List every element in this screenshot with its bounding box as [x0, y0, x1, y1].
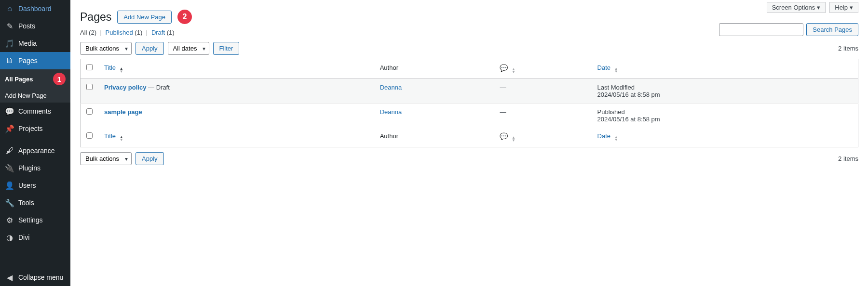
date-filter-select[interactable]: All dates: [168, 42, 209, 55]
pin-icon: ✎: [5, 21, 14, 31]
comments-cell: —: [494, 79, 591, 104]
filter-all-count: (2): [89, 29, 96, 36]
sidebar-item-dashboard[interactable]: ⌂ Dashboard: [0, 0, 70, 17]
sort-icon: ▲▼: [512, 136, 515, 142]
search-form: Search Pages: [719, 23, 858, 36]
table-row: sample page Deanna — Published 2024/05/1…: [81, 104, 858, 128]
author-link[interactable]: Deanna: [380, 84, 402, 91]
help-label: Help: [835, 4, 848, 11]
filter-all-link[interactable]: All: [80, 29, 87, 36]
sidebar-item-label: Projects: [18, 125, 43, 132]
pages-icon: 🗎: [5, 56, 14, 65]
sidebar-subitem-all-pages[interactable]: All Pages 1: [0, 69, 70, 89]
divi-icon: ◑: [5, 233, 14, 242]
sidebar-item-tools[interactable]: 🔧 Tools: [0, 194, 70, 211]
search-pages-button[interactable]: Search Pages: [806, 23, 858, 36]
sidebar-item-label: Comments: [18, 107, 51, 115]
sidebar-item-media[interactable]: 🎵 Media: [0, 35, 70, 52]
admin-sidebar: ⌂ Dashboard ✎ Posts 🎵 Media 🗎 Pages All …: [0, 0, 70, 286]
filter-published-count: (1): [135, 29, 142, 36]
media-icon: 🎵: [5, 39, 14, 48]
screen-options-label: Screen Options: [772, 4, 815, 11]
sidebar-item-plugins[interactable]: 🔌 Plugins: [0, 159, 70, 177]
comments-icon: 💬: [5, 106, 14, 116]
sort-icon: ▲▼: [614, 67, 618, 73]
date-value: 2024/05/16 at 8:58 pm: [597, 91, 852, 98]
sidebar-subitem-label: Add New Page: [5, 92, 47, 99]
col-title-footer[interactable]: Title ▲▼: [98, 128, 374, 147]
col-title-header[interactable]: Title ▲▼: [98, 59, 374, 79]
users-icon: 👤: [5, 181, 14, 190]
main-content: Screen Options ▾ Help ▾ Pages Add New Pa…: [70, 0, 868, 286]
date-value: 2024/05/16 at 8:58 pm: [597, 116, 852, 123]
sidebar-item-label: Tools: [18, 199, 34, 207]
items-count-bottom: 2 items: [838, 155, 858, 162]
help-button[interactable]: Help ▾: [829, 2, 858, 13]
sort-icon: ▲▼: [512, 68, 515, 74]
select-all-checkbox-top[interactable]: [86, 64, 93, 70]
comment-icon: 💬: [500, 132, 508, 140]
comment-icon: 💬: [500, 64, 508, 72]
sidebar-item-label: Plugins: [18, 164, 41, 172]
sidebar-item-divi[interactable]: ◑ Divi: [0, 229, 70, 246]
sidebar-item-projects[interactable]: 📌 Projects: [0, 120, 70, 137]
col-author-header: Author: [374, 59, 494, 79]
row-checkbox[interactable]: [86, 108, 93, 115]
items-count-top: 2 items: [838, 45, 858, 52]
top-right-tabs: Screen Options ▾ Help ▾: [767, 2, 858, 13]
annotation-badge-2: 2: [177, 10, 192, 24]
annotation-badge-1: 1: [53, 73, 66, 85]
sort-icon: ▲▼: [120, 67, 123, 73]
select-all-checkbox-bottom[interactable]: [86, 132, 93, 139]
projects-icon: 📌: [5, 124, 14, 133]
chevron-down-icon: ▾: [817, 4, 820, 11]
sidebar-item-users[interactable]: 👤 Users: [0, 177, 70, 194]
sidebar-item-label: Dashboard: [18, 5, 52, 13]
search-input[interactable]: [719, 23, 803, 36]
chevron-down-icon: ▾: [850, 4, 853, 11]
row-checkbox[interactable]: [86, 84, 93, 90]
filter-draft-link[interactable]: Draft: [151, 29, 165, 36]
sidebar-item-comments[interactable]: 💬 Comments: [0, 103, 70, 120]
filter-published-link[interactable]: Published: [106, 29, 133, 36]
add-new-page-button[interactable]: Add New Page: [117, 11, 172, 24]
sidebar-item-pages[interactable]: 🗎 Pages: [0, 52, 70, 69]
col-comments-footer[interactable]: 💬 ▲▼: [494, 128, 591, 147]
screen-options-button[interactable]: Screen Options ▾: [767, 2, 826, 13]
col-date-footer[interactable]: Date ▲▼: [592, 128, 858, 147]
sidebar-subitem-add-new-page[interactable]: Add New Page: [0, 89, 70, 103]
sidebar-item-settings[interactable]: ⚙ Settings: [0, 211, 70, 229]
filter-button[interactable]: Filter: [213, 42, 240, 55]
sidebar-item-label: Appearance: [18, 147, 55, 155]
sidebar-item-label: Divi: [18, 234, 29, 241]
pages-table: Title ▲▼ Author 💬 ▲▼ Date ▲▼: [80, 59, 858, 147]
col-date-header[interactable]: Date ▲▼: [592, 59, 858, 79]
dashboard-icon: ⌂: [5, 4, 14, 13]
page-title-link[interactable]: sample page: [104, 108, 142, 116]
table-row: Privacy policy — Draft Deanna — Last Mod…: [81, 79, 858, 104]
collapse-label: Collapse menu: [18, 273, 63, 281]
sort-icon: ▲▼: [614, 136, 618, 142]
collapse-menu-button[interactable]: ◀ Collapse menu: [0, 269, 70, 286]
collapse-icon: ◀: [5, 273, 14, 282]
filter-draft-count: (1): [167, 29, 175, 36]
bulk-actions-select-bottom[interactable]: Bulk actions: [80, 152, 132, 165]
apply-button-bottom[interactable]: Apply: [136, 152, 164, 165]
sidebar-item-label: Pages: [18, 57, 38, 65]
apply-button-top[interactable]: Apply: [136, 42, 164, 55]
plugins-icon: 🔌: [5, 163, 14, 173]
date-status: Last Modified: [597, 84, 852, 91]
col-comments-header[interactable]: 💬 ▲▼: [494, 59, 591, 79]
appearance-icon: 🖌: [5, 146, 14, 156]
sidebar-item-label: Settings: [18, 216, 43, 224]
date-status: Published: [597, 108, 852, 116]
sidebar-item-label: Media: [18, 39, 37, 47]
bulk-actions-select-top[interactable]: Bulk actions: [80, 42, 132, 55]
author-link[interactable]: Deanna: [380, 108, 402, 116]
sidebar-item-posts[interactable]: ✎ Posts: [0, 17, 70, 35]
page-title-link[interactable]: Privacy policy: [104, 84, 146, 91]
sidebar-item-appearance[interactable]: 🖌 Appearance: [0, 142, 70, 159]
sidebar-item-label: Users: [18, 182, 36, 189]
sort-icon: ▲▼: [120, 136, 123, 142]
page-status-suffix: — Draft: [146, 84, 169, 91]
